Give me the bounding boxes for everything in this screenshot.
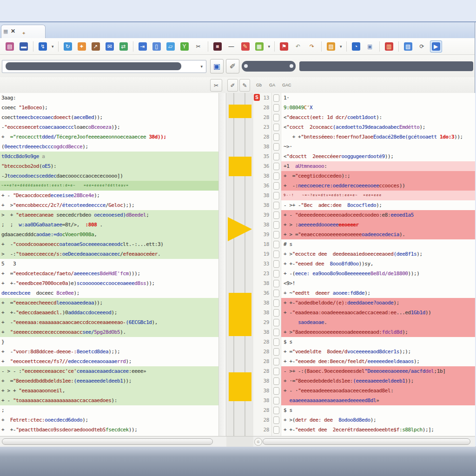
tab-close-icon[interactable]: ✕ <box>11 28 15 34</box>
usb-icon: ▶ <box>432 42 440 51</box>
rules-button[interactable]: ✂ <box>210 79 222 92</box>
doc-button[interactable]: ▯ <box>151 40 163 53</box>
comparison-tab[interactable]: ▦ ✕ ✦ <box>1 25 46 39</box>
pages-button[interactable]: ▣ <box>364 40 376 53</box>
line-marker-icon[interactable] <box>272 366 281 376</box>
minus-button[interactable]: — <box>225 40 238 53</box>
code-token: :s88lpch <box>399 427 423 433</box>
left-path-combobox[interactable]: ▾ <box>2 60 206 73</box>
line-marker-icon[interactable] <box>272 347 281 357</box>
swap-button[interactable]: ⇄ <box>118 40 130 53</box>
redo-button[interactable]: ↷ <box>306 40 318 53</box>
line-marker-icon[interactable] <box>272 239 281 249</box>
line-marker-icon[interactable] <box>272 122 281 132</box>
line-marker-icon[interactable] <box>272 181 281 191</box>
line-marker-icon[interactable] <box>272 220 281 230</box>
chevron-down-icon[interactable]: ▾ <box>268 44 271 49</box>
line-marker-icon[interactable] <box>272 161 281 171</box>
line-marker-icon[interactable] <box>272 396 281 405</box>
pen-button[interactable]: ✐ <box>227 79 238 92</box>
mail-button[interactable]: ✉ <box>104 40 116 53</box>
line-marker-icon[interactable] <box>272 152 281 161</box>
right-horizontal-scrollbar[interactable]: G <box>253 436 475 447</box>
line-marker-icon[interactable] <box>272 327 281 337</box>
line-marker-icon[interactable] <box>272 269 281 278</box>
chart-button[interactable]: ▥ <box>383 40 395 53</box>
filter-b-button[interactable]: GA <box>268 80 277 90</box>
code-token: 9-·! ~=~?ev=dtv=edot:ee=e~ =ee=eee <box>284 193 382 197</box>
line-marker-icon[interactable] <box>272 405 281 415</box>
line-marker-icon[interactable] <box>272 308 281 317</box>
flame-button[interactable]: ✦ <box>76 40 88 53</box>
report-button[interactable]: ▤ <box>4 40 16 53</box>
line-marker-icon[interactable] <box>272 259 281 269</box>
diff-marker[interactable] <box>229 372 251 401</box>
line-marker-icon[interactable] <box>272 132 281 142</box>
line-marker-icon[interactable] <box>272 288 281 298</box>
picture-button[interactable]: ▦ <box>253 40 265 53</box>
right-path-field[interactable] <box>299 61 473 71</box>
line-marker-icon[interactable] <box>272 249 281 259</box>
line-marker-icon[interactable] <box>272 415 281 425</box>
image-button[interactable]: ▧ <box>402 40 414 53</box>
tools-button[interactable]: ✂ <box>192 40 205 53</box>
stamp-button[interactable]: ✎ <box>239 79 250 92</box>
line-marker-icon[interactable] <box>272 230 281 239</box>
line-marker-icon[interactable] <box>272 112 281 122</box>
line-marker-icon[interactable] <box>272 200 281 210</box>
line-marker-icon[interactable] <box>272 103 281 112</box>
code-line: 38+ ·="8eeoedebdedelds1ee:(eeeeaaeeedeld… <box>253 376 475 386</box>
palette-button[interactable]: ▨ <box>325 40 337 53</box>
sync-button[interactable]: ↻ <box>62 40 74 53</box>
filter-a-button[interactable]: Gb <box>255 80 263 90</box>
edit-red-icon: ✎ <box>241 42 250 51</box>
right-path-combobox[interactable] <box>242 61 296 72</box>
chevron-down-icon[interactable]: ▾ <box>200 64 203 69</box>
left-horizontal-scrollbar[interactable] <box>0 436 226 447</box>
usb-button[interactable]: ▶ <box>430 40 442 53</box>
edit-red-button[interactable]: ✎ <box>239 40 251 53</box>
doc-new-button[interactable]: ▱ <box>165 40 177 53</box>
loop-button[interactable]: ⟳ <box>416 40 428 53</box>
browse-button[interactable]: ✐ <box>226 59 239 73</box>
line-marker-icon[interactable] <box>272 337 281 347</box>
globe-button[interactable]: ◔ <box>350 40 362 53</box>
scroll-origin-icon[interactable]: G <box>254 438 262 446</box>
right-file-pane[interactable]: S 131·289:08049C'X28<"deaccct(eet: 1d dc… <box>253 93 475 436</box>
left-scrollbar-thumb[interactable] <box>2 438 213 445</box>
right-scrollbar-thumb[interactable] <box>263 438 470 445</box>
line-marker-icon[interactable] <box>272 191 281 200</box>
code-text: <9>! <box>281 278 475 288</box>
current-diff-arrow[interactable] <box>228 217 252 241</box>
undo-button[interactable]: ↶ <box>292 40 304 53</box>
line-marker-icon[interactable] <box>272 278 281 288</box>
left-file-pane[interactable]: 3aag:coeec "1e8oceo);coectteeecbcecoaecd… <box>0 93 218 436</box>
line-marker-icon[interactable] <box>272 425 281 435</box>
line-marker-icon[interactable] <box>272 317 281 327</box>
line-marker-icon[interactable] <box>272 386 281 396</box>
window-button[interactable]: ▬ <box>18 40 30 53</box>
format-button[interactable]: ▣ <box>210 59 224 73</box>
chevron-down-icon[interactable]: ▾ <box>52 44 54 49</box>
share-button[interactable]: ↗ <box>90 40 102 53</box>
code-token: d8ss <box>134 280 146 286</box>
line-marker-icon[interactable] <box>272 376 281 386</box>
shield-button[interactable]: ↯ <box>37 40 49 53</box>
flag-button[interactable]: ⚑ <box>278 40 290 53</box>
line-marker-icon[interactable] <box>272 357 281 366</box>
chevron-down-icon[interactable]: ▾ <box>340 44 342 49</box>
line-marker-icon[interactable] <box>272 298 281 308</box>
line-marker-icon[interactable] <box>272 171 281 181</box>
filter-c-button[interactable]: GAC <box>281 80 293 90</box>
line-marker-icon[interactable] <box>272 142 281 152</box>
diff-marker[interactable] <box>229 157 251 176</box>
diff-marker[interactable] <box>229 293 251 336</box>
stop-button[interactable]: ■ <box>212 40 224 53</box>
diff-marker[interactable] <box>229 105 251 118</box>
code-token: : <box>324 163 327 169</box>
line-marker-icon[interactable] <box>272 210 281 220</box>
import-button[interactable]: ⇥ <box>137 40 149 53</box>
line-marker-icon[interactable] <box>272 93 281 103</box>
left-vertical-scrollbar[interactable] <box>218 93 226 436</box>
merge-button[interactable]: Y <box>178 40 191 53</box>
